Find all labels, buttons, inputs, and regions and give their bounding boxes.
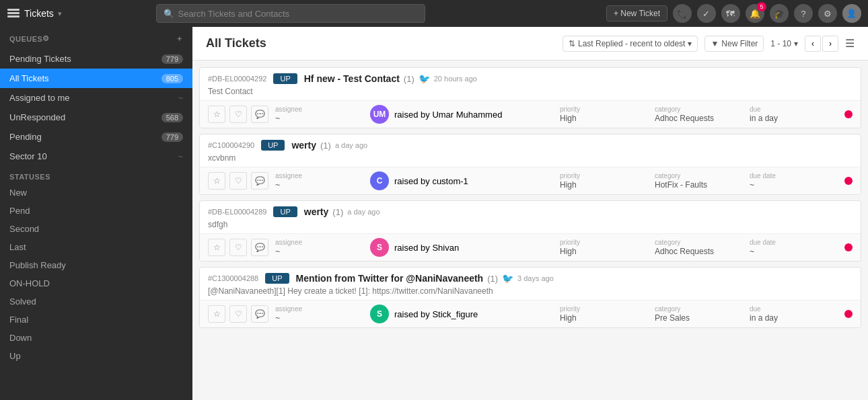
status-item-last[interactable]: Last [0,238,192,256]
ticket-count: (1) [332,207,343,217]
ticket-status-button[interactable]: UP [273,73,297,84]
category-value: Adhoc Requests [655,247,750,256]
ticket-actions: ☆ ♡ 💬 [208,305,268,323]
status-item-publish-ready[interactable]: Publish Ready [0,256,192,274]
ticket-header: #DB-EL00004289 UP werty (1) a day ago [200,201,861,220]
ticket-subtitle: xcvbnm [200,153,861,167]
ticket-title-text: Hf new - Test Contact [304,73,400,84]
sidebar-item-assigned-to-me[interactable]: Assigned to me ~ [0,88,192,108]
sidebar-item-count: ~ [178,151,183,161]
star-empty-icon[interactable]: ☆ [208,305,225,323]
raised-by-avatar: S [370,305,389,323]
status-item-on-hold[interactable]: ON-HOLD [0,274,192,292]
settings-icon[interactable]: ⚙ [818,4,837,23]
urgency-indicator [844,110,853,118]
raised-by-value: custom-1 [432,176,468,186]
bookmark-icon[interactable]: ♡ [229,172,247,190]
status-item-pend[interactable]: Pend [0,202,192,220]
ticket-meta: ☆ ♡ 💬 assignee ~ UM raised by Umar Muham… [200,100,861,128]
queues-settings-icon[interactable]: ⚙ [42,34,50,43]
raised-by-value: Stick_figure [432,309,478,319]
queues-header: QUEUES ⚙ ＋ [9,34,183,44]
raised-by-field: S raised by Stick_figure [370,305,560,323]
queues-add-icon[interactable]: ＋ [176,34,184,44]
sidebar-item-label: Pending [9,132,42,142]
bookmark-icon[interactable]: ♡ [229,305,247,323]
sidebar-item-count: 779 [161,132,183,142]
sidebar-item-pending[interactable]: Pending 779 [0,127,192,147]
chevron-down-icon[interactable]: ▾ [58,9,62,18]
status-item-down[interactable]: Down [0,329,192,347]
ticket-status-button[interactable]: UP [261,140,285,151]
ticket-title: Hf new - Test Contact (1) 🐦 20 hours ago [304,73,477,84]
ticket-status-button[interactable]: UP [273,206,297,217]
category-value: Adhoc Requests [655,114,750,123]
due-field: due in a day [750,106,844,123]
status-item-new[interactable]: New [0,184,192,202]
comment-icon[interactable]: 💬 [251,172,268,190]
new-ticket-button[interactable]: + New Ticket [606,5,667,22]
assignee-label: assignee [275,172,370,179]
sidebar-item-sector-10[interactable]: Sector 10 ~ [0,147,192,166]
hat-icon[interactable]: 🎓 [770,4,789,23]
app-logo[interactable]: Tickets ▾ [7,7,62,20]
ticket-status-button[interactable]: UP [265,273,289,284]
status-item-final[interactable]: Final [0,311,192,329]
due-field: due date ~ [750,239,844,256]
page-chevron-icon: ▾ [794,39,798,48]
help-icon[interactable]: ? [794,4,813,23]
check-icon[interactable]: ✓ [697,4,716,23]
comment-icon[interactable]: 💬 [251,239,268,256]
svg-rect-0 [7,9,20,11]
page-prev-button[interactable]: ‹ [805,36,821,52]
ticket-id: #C100004290 [208,141,254,149]
ticket-card: #DB-EL00004289 UP werty (1) a day ago sd… [199,200,861,262]
bookmark-icon[interactable]: ♡ [229,239,247,256]
page-title: All Tickets [206,36,266,50]
notification-icon[interactable]: 🔔 5 [746,4,764,23]
bookmark-icon[interactable]: ♡ [229,106,247,123]
sidebar-item-pending-tickets[interactable]: Pending Tickets 779 [0,49,192,69]
ticket-title: werty (1) a day ago [291,140,367,151]
due-value: ~ [750,247,844,256]
ticket-title-text: Mention from Twitter for @NaniNavaneeth [296,273,484,284]
phone-icon[interactable]: 📞 [673,4,692,23]
sidebar-item-label: UnResponded [9,112,65,122]
raised-by-info: raised by custom-1 [394,176,468,186]
sidebar-item-unresponded[interactable]: UnResponded 568 [0,108,192,127]
star-empty-icon[interactable]: ☆ [208,172,225,190]
star-empty-icon[interactable]: ☆ [208,239,225,256]
filter-button[interactable]: ▼ New Filter [704,36,764,52]
sidebar-item-label: Pending Tickets [9,54,71,64]
status-item-solved[interactable]: Solved [0,292,192,311]
filter-label: New Filter [721,39,758,48]
assignee-field: assignee ~ [275,172,370,190]
raised-by-field: S raised by Shivan [370,238,560,257]
sort-button[interactable]: ⇅ Last Replied - recent to oldest ▾ [563,36,698,52]
page-next-button[interactable]: › [822,36,838,52]
raised-by-value: Shivan [432,243,459,253]
raised-by-label: raised by [394,243,430,253]
user-avatar[interactable]: 👤 [842,4,861,23]
status-item-up[interactable]: Up [0,347,192,365]
search-input[interactable] [178,9,418,19]
list-view-icon[interactable]: ☰ [845,37,855,50]
ticket-actions: ☆ ♡ 💬 [208,239,268,256]
assignee-value: ~ [275,180,370,190]
ticket-count: (1) [320,141,331,151]
assignee-label: assignee [275,106,370,113]
map-icon[interactable]: 🗺 [721,4,740,23]
star-empty-icon[interactable]: ☆ [208,106,225,123]
comment-icon[interactable]: 💬 [251,305,268,323]
status-item-second[interactable]: Second [0,220,192,238]
statuses-header: STATUSES [0,166,192,184]
sidebar-item-all-tickets[interactable]: All Tickets 805 [0,69,192,88]
svg-rect-2 [7,15,20,17]
ticket-title-text: werty [304,206,329,217]
ticket-header: #DB-EL00004292 UP Hf new - Test Contact … [200,68,861,87]
assignee-label: assignee [275,239,370,246]
sidebar-item-count: 805 [161,74,183,83]
comment-icon[interactable]: 💬 [251,106,268,123]
search-bar[interactable]: 🔍 [156,4,425,23]
urgency-indicator [844,177,853,185]
